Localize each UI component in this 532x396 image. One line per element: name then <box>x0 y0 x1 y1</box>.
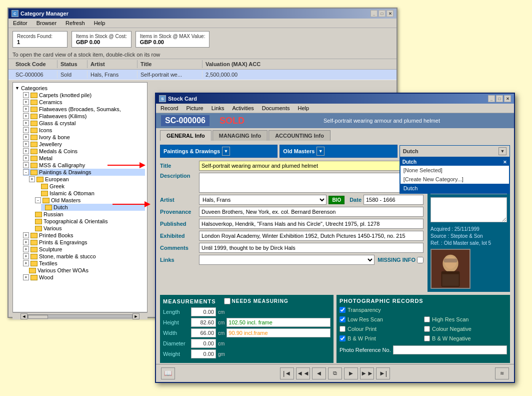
cat3-arrow[interactable]: ▼ <box>498 147 506 155</box>
close-button[interactable]: ✕ <box>386 10 394 17</box>
expander-prints[interactable]: + <box>23 239 29 245</box>
menu-editor[interactable]: Editor <box>12 20 29 27</box>
colour-print-checkbox[interactable] <box>340 326 346 332</box>
expander-flatweaves-kilims[interactable]: + <box>23 113 29 119</box>
scroll-thumb[interactable] <box>28 315 48 319</box>
exhibited-input[interactable] <box>199 231 424 241</box>
expander-wood[interactable]: + <box>23 274 29 280</box>
tree-item-wood[interactable]: + Wood <box>23 274 145 281</box>
title-input[interactable] <box>199 161 424 171</box>
tree-item-ivory[interactable]: + Ivory & bone <box>23 134 145 141</box>
scroll-left-btn[interactable]: ◄ <box>20 313 28 319</box>
expander-old-masters[interactable]: - <box>35 197 41 203</box>
colour-negative-checkbox[interactable] <box>424 326 430 332</box>
tree-item-textiles[interactable]: + Textiles <box>23 260 145 267</box>
tree-hscroll[interactable]: ◄ ► <box>12 312 148 319</box>
nav-config-btn[interactable]: ≋ <box>495 367 509 379</box>
nav-first-btn[interactable]: |◄ <box>280 367 294 379</box>
tree-item-prints[interactable]: + Prints & Engravings <box>23 239 145 246</box>
expander-medals[interactable]: + <box>23 148 29 154</box>
height-input[interactable] <box>191 318 216 327</box>
location-notes[interactable] <box>430 197 507 222</box>
expander-glass[interactable]: + <box>23 120 29 126</box>
expander-flatweaves-brocades[interactable]: + <box>23 106 29 112</box>
tab-accounting-info[interactable]: ACCOUNTING Info <box>268 130 330 141</box>
option-dutch[interactable]: Dutch <box>400 184 509 193</box>
high-res-scan-checkbox[interactable] <box>424 316 430 322</box>
option-none-selected[interactable]: [None Selected] <box>400 166 509 175</box>
tree-item-icons[interactable]: + Icons <box>23 127 145 134</box>
low-res-scan-checkbox[interactable] <box>340 316 346 322</box>
tree-item-flatweaves-brocades[interactable]: + Flatweaves (Brocades, Soumaks, <box>23 106 145 113</box>
cat2-arrow[interactable]: ▼ <box>316 147 324 156</box>
tree-item-various-woas[interactable]: Various Other WOAs <box>23 267 145 274</box>
artist-select[interactable]: Hals, Frans <box>199 195 326 205</box>
expander-printed-books[interactable]: + <box>23 232 29 238</box>
menu-browser[interactable]: Browser <box>35 20 58 27</box>
dutch-dropdown-close[interactable]: ✕ <box>503 160 507 165</box>
menu-record[interactable]: Record <box>159 105 180 112</box>
tree-item-flatweaves-kilims[interactable]: + Flatweaves (Kilims) <box>23 113 145 120</box>
transparency-checkbox[interactable] <box>340 307 346 313</box>
expander-ceramics[interactable]: + <box>23 99 29 105</box>
tree-item-sculpture[interactable]: + Sculpture <box>23 246 145 253</box>
stock-maximize-btn[interactable]: □ <box>496 95 503 102</box>
links-select[interactable] <box>199 255 374 265</box>
cat2-dropdown[interactable]: Old Masters ▼ <box>280 145 397 158</box>
menu-activities[interactable]: Activities <box>230 105 255 112</box>
nav-next-btn[interactable]: ► <box>344 367 358 379</box>
menu-help-stock[interactable]: Help <box>296 105 310 112</box>
nav-book-btn[interactable]: 📖 <box>161 367 175 379</box>
expander-icons[interactable]: + <box>23 127 29 133</box>
tree-item-carpets[interactable]: + Carpets (knotted pile) <box>23 92 145 99</box>
menu-links[interactable]: Links <box>210 105 226 112</box>
photo-ref-input[interactable] <box>393 345 507 354</box>
tree-item-russian[interactable]: Russian <box>29 211 145 218</box>
description-textarea[interactable] <box>199 173 424 193</box>
nav-last-btn[interactable]: ►| <box>376 367 390 379</box>
tree-item-glass[interactable]: + Glass & crystal <box>23 120 145 127</box>
expander-sculpture[interactable]: + <box>23 246 29 252</box>
tab-managing-info[interactable]: MANAGING Info <box>212 130 268 141</box>
width-extra-input[interactable] <box>226 328 330 337</box>
menu-documents[interactable]: Documents <box>260 105 292 112</box>
height-extra-input[interactable] <box>226 318 330 327</box>
expander-stone[interactable]: + <box>23 253 29 259</box>
tree-item-medals[interactable]: + Medals & Coins <box>23 148 145 155</box>
menu-picture[interactable]: Picture <box>184 105 204 112</box>
weight-input[interactable] <box>191 349 216 358</box>
expander-mss[interactable]: + <box>23 162 29 168</box>
tree-item-jewellery[interactable]: + Jewellery <box>23 141 145 148</box>
nav-copy-btn[interactable]: ⧉ <box>328 367 342 379</box>
needs-measuring-checkbox[interactable] <box>224 298 230 304</box>
category-tree[interactable]: ▼ Categories + Carpets (knotted pile) + … <box>12 82 148 312</box>
length-input[interactable] <box>191 307 216 316</box>
comments-input[interactable] <box>199 243 424 253</box>
option-create-new[interactable]: [Create New Category...] <box>400 175 509 184</box>
cat3-dropdown[interactable]: Dutch ▼ <box>400 145 510 157</box>
tree-item-islamic[interactable]: Islamic & Ottoman <box>35 190 145 197</box>
tree-item-ceramics[interactable]: + Ceramics <box>23 99 145 106</box>
maximize-button[interactable]: □ <box>378 10 386 17</box>
expander-european[interactable]: + <box>29 176 35 182</box>
width-input[interactable] <box>191 328 216 337</box>
menu-help[interactable]: Help <box>92 20 107 27</box>
scroll-right-btn[interactable]: ► <box>132 313 140 319</box>
expander-ivory[interactable]: + <box>23 134 29 140</box>
diameter-input[interactable] <box>191 339 216 348</box>
cat1-arrow[interactable]: ▼ <box>222 147 230 156</box>
expander-jewellery[interactable]: + <box>23 141 29 147</box>
tree-item-european[interactable]: + European <box>29 176 145 183</box>
missing-info-checkbox[interactable] <box>417 257 424 263</box>
provenance-input[interactable] <box>199 207 424 217</box>
nav-prev-btn[interactable]: ◄ <box>312 367 326 379</box>
published-input[interactable] <box>199 219 424 229</box>
tree-item-greek[interactable]: Greek <box>35 183 145 190</box>
menu-refresh[interactable]: Refresh <box>64 20 86 27</box>
expander-paintings[interactable]: - <box>23 169 29 175</box>
expander-carpets[interactable]: + <box>23 92 29 98</box>
stock-close-btn[interactable]: ✕ <box>504 95 511 102</box>
tab-general-info[interactable]: GENERAL Info <box>160 130 212 141</box>
bw-negative-checkbox[interactable] <box>424 335 430 341</box>
expander-metal[interactable]: + <box>23 155 29 161</box>
